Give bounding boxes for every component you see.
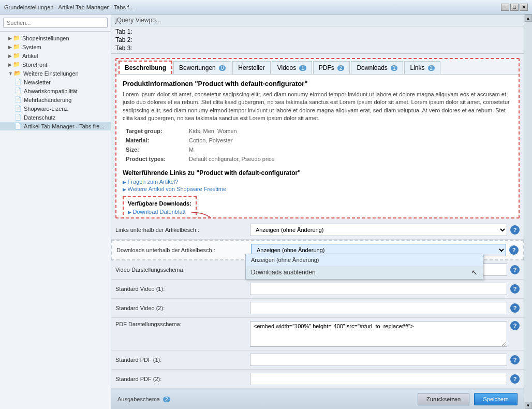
close-button[interactable]: ✕	[520, 4, 528, 11]
bottom-bar: Ausgabeschema 2 Zurücksetzen Speichern	[111, 389, 524, 409]
label-standard-pdf-1: Standard PDF (1):	[115, 357, 250, 363]
textarea-pdf-darstellungsschema[interactable]: <embed width="100%" height="400" src="##…	[250, 321, 507, 347]
control-standard-pdf-2	[250, 373, 507, 385]
downloads-box: Verfügbare Downloads: Download Datenblat…	[123, 196, 197, 218]
tab-row-1: Tab 1:	[111, 27, 524, 36]
ausgabe-label: Ausgabeschema	[117, 396, 161, 402]
help-button-standard-video-1[interactable]: ?	[510, 284, 520, 294]
tab-badge-bewertungen: 0	[219, 65, 226, 71]
attr-row-material: Material: Cotton, Polyester	[124, 136, 356, 144]
preview-tab-bewertungen[interactable]: Bewertungen 0	[173, 61, 231, 74]
attr-value-material: Cotton, Polyester	[187, 136, 356, 144]
doc-icon-tab-manager: 📄	[14, 123, 22, 129]
sidebar-item-mehrfachaenderung[interactable]: 📄 Mehrfachänderung	[0, 95, 111, 104]
tab-badge-pdfs: 2	[337, 65, 345, 71]
expand-arrow-storefront: ▶	[8, 62, 12, 67]
help-button-standard-pdf-1[interactable]: ?	[510, 355, 520, 364]
preview-tab-beschreibung[interactable]: Beschreibung	[119, 61, 172, 74]
tab-badge-links: 2	[428, 65, 435, 71]
dropdown-option-ausblenden[interactable]: Downloads ausblenden ↖	[246, 266, 483, 279]
input-standard-pdf-1[interactable]	[250, 354, 507, 366]
tab-label-pdfs: PDFs	[319, 64, 334, 71]
window-controls: − □ ✕	[501, 4, 528, 11]
window-title: Grundeinstellungen - Artikel Tab Manager…	[4, 4, 134, 10]
input-standard-pdf-2[interactable]	[250, 373, 507, 385]
help-button-video-darstellungsschema[interactable]: ?	[510, 265, 520, 274]
folder-icon-weitere: 📂	[14, 70, 21, 77]
attr-label-types: Product types:	[124, 155, 186, 163]
attr-label-size: Size:	[124, 145, 186, 154]
tab-label-hersteller: Hersteller	[238, 64, 264, 71]
help-button-standard-video-2[interactable]: ?	[510, 303, 520, 313]
sidebar-label-system: System	[22, 44, 41, 50]
help-button-pdf-darstellungsschema[interactable]: ?	[510, 321, 520, 330]
right-scrollbar: ▲ ▼	[524, 14, 532, 409]
sidebar-item-storefront[interactable]: ▶ 📁 Storefront	[0, 60, 111, 69]
link-fragen[interactable]: Fragen zum Artikel?	[123, 179, 512, 185]
preview-tab-hersteller[interactable]: Hersteller	[232, 61, 270, 74]
preview-tab-videos[interactable]: Videos 1	[272, 61, 312, 74]
sidebar-item-system[interactable]: ▶ 📁 System	[0, 42, 111, 51]
sidebar-label-abwaerts: Abwärtskompatibilität	[24, 88, 78, 94]
sidebar-label-tab-manager: Artikel Tab Manager - Tabs fre...	[24, 123, 105, 129]
sidebar-item-artikel[interactable]: ▶ 📁 Artikel	[0, 51, 111, 60]
links-section-title: Weiterführende Links zu "Product with de…	[123, 169, 512, 177]
form-row-links-unterhalb: Links unterhalb der Artikelbesch.: Anzei…	[111, 221, 524, 240]
attr-row-size: Size: M	[124, 145, 356, 154]
attr-row-target: Target group: Kids, Men, Women	[124, 127, 356, 135]
action-buttons: Zurücksetzen Speichern	[418, 393, 518, 405]
sidebar-item-shopware-lizenz[interactable]: 📄 Shopware-Lizenz	[0, 104, 111, 113]
folder-icon-system: 📁	[13, 43, 20, 50]
ausgabe-badge: 2	[163, 397, 170, 402]
doc-icon-mehrfach: 📄	[14, 96, 22, 103]
attr-value-types: Default configurator, Pseudo price	[187, 155, 356, 163]
content-area: jQuery Viewpo... Tab 1: Tab 2: Tab 3: Be…	[111, 14, 524, 409]
help-button-downloads-unterhalb[interactable]: ?	[509, 245, 519, 255]
input-standard-video-2[interactable]	[250, 302, 507, 314]
attr-label-material: Material:	[124, 136, 186, 144]
search-input[interactable]	[3, 18, 108, 28]
label-downloads-unterhalb: Downloads unterhalb der Artikelbesch.:	[116, 247, 251, 253]
form-row-standard-video-2: Standard Video (2): ?	[111, 299, 524, 318]
preview-tab-links[interactable]: Links 2	[404, 61, 440, 74]
select-links-unterhalb[interactable]: Anzeigen (ohne Änderung) Links ausblende…	[250, 224, 507, 236]
minimize-button[interactable]: −	[501, 4, 509, 11]
preview-tab-pdfs[interactable]: PDFs 2	[313, 61, 350, 74]
reset-button[interactable]: Zurücksetzen	[418, 393, 469, 405]
attr-row-types: Product types: Default configurator, Pse…	[124, 155, 356, 163]
sidebar-item-shopeinstellungen[interactable]: ▶ 📁 Shopeinstellungen	[0, 34, 111, 42]
doc-icon-lizenz: 📄	[14, 105, 22, 112]
control-standard-video-2	[250, 302, 507, 314]
scroll-track	[524, 22, 532, 402]
form-row-standard-video-1: Standard Video (1): ?	[111, 280, 524, 299]
dropdown-popup: Anzeigen (ohne Änderung) Downloads ausbl…	[245, 254, 483, 280]
sidebar-item-datenschutz[interactable]: 📄 Datenschutz	[0, 113, 111, 122]
help-button-standard-pdf-2[interactable]: ?	[510, 374, 520, 384]
scroll-up-arrow[interactable]: ▲	[525, 14, 532, 22]
sidebar-label-storefront: Storefront	[22, 62, 47, 68]
sidebar-item-abwaertskompatibilitaet[interactable]: 📄 Abwärtskompatibilität	[0, 86, 111, 95]
sidebar-item-newsletter[interactable]: 📄 Newsletter	[0, 78, 111, 86]
product-title: Produktinformationen "Product with defau…	[123, 80, 512, 87]
cursor-icon: ↖	[471, 268, 478, 276]
sidebar-label-shopeinstellungen: Shopeinstellungen	[22, 35, 69, 41]
download-link-datenblatt[interactable]: Download Datenblatt	[128, 209, 191, 215]
attr-label-target: Target group:	[124, 127, 186, 135]
sidebar-label-lizenz: Shopware-Lizenz	[24, 106, 68, 112]
dropdown-option-anzeigen[interactable]: Anzeigen (ohne Änderung)	[246, 254, 483, 266]
jquery-text: jQuery Viewpo...	[115, 17, 161, 24]
preview-tab-downloads[interactable]: Downloads 1	[351, 61, 403, 74]
product-attributes-table: Target group: Kids, Men, Women Material:…	[123, 126, 357, 164]
help-button-links-unterhalb[interactable]: ?	[510, 225, 520, 235]
maximize-button[interactable]: □	[510, 4, 519, 11]
tab-label-links: Links	[410, 64, 424, 71]
doc-icon-newsletter: 📄	[14, 79, 22, 85]
save-button[interactable]: Speichern	[474, 393, 518, 405]
link-weitere-artikel[interactable]: Weitere Artikel von Shopware Freetime	[123, 186, 512, 192]
folder-icon-shopeinstellungen: 📁	[13, 35, 20, 41]
input-standard-video-1[interactable]	[250, 283, 507, 295]
scroll-down-arrow[interactable]: ▼	[525, 402, 532, 409]
sidebar-item-weitere-einstellungen[interactable]: ▼ 📂 Weitere Einstellungen	[0, 69, 111, 78]
tab-badge-videos: 1	[299, 65, 306, 71]
sidebar-item-artikel-tab-manager[interactable]: 📄 Artikel Tab Manager - Tabs fre...	[0, 122, 111, 130]
